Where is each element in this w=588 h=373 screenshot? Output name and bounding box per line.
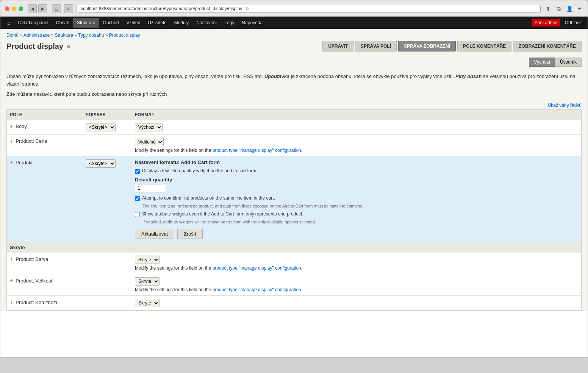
tabs-button[interactable]: ⧉ [64, 4, 73, 13]
tab-manage-fields[interactable]: SPRÁVA POLÍ [355, 41, 397, 52]
field-label-select-body[interactable]: <Skryté> [86, 123, 135, 131]
checkbox-row-1: Display a textfield quantity widget on t… [135, 168, 578, 174]
window-controls [5, 6, 23, 11]
format-select-velikost[interactable]: Skryté [135, 277, 160, 286]
profile-button[interactable]: 👤 [565, 4, 574, 13]
quantity-input[interactable] [135, 184, 165, 192]
format-area-barva: Skryté Modify the settings for this fiel… [135, 256, 578, 271]
format-select-body[interactable]: Výchozí [135, 123, 163, 131]
drag-handle-body[interactable]: + [10, 123, 13, 130]
tab-default[interactable]: Výchozí [529, 58, 555, 67]
action-buttons: Aktualizovat Zrušit [135, 229, 578, 239]
nav-item-settings[interactable]: Nastavení [192, 18, 220, 28]
field-name-velikost: + Product: Velikost [10, 277, 86, 284]
new-tab-button[interactable]: + [575, 5, 583, 12]
nav-item-content[interactable]: Obsah [52, 18, 73, 28]
manage-link-barva[interactable]: product type "manage display" configurat… [213, 265, 302, 271]
back-button[interactable]: ◀ [28, 4, 37, 13]
forward-button[interactable]: ▶ [38, 4, 47, 13]
section-label: Skryté [10, 245, 25, 250]
nav-home-icon[interactable]: ⌂ [3, 20, 14, 26]
settings-icon[interactable]: ⊕ [66, 43, 71, 49]
minimize-button[interactable] [12, 6, 16, 11]
update-button[interactable]: Aktualizovat [135, 229, 174, 239]
checkbox-attribute-widgets[interactable] [135, 212, 140, 217]
nav-item-appearance[interactable]: Vzhled [123, 18, 144, 28]
nav-item-dashboard[interactable]: Ovládací panel [14, 18, 52, 28]
attribute-subtext: If enabled, attribute widgets will be sh… [142, 219, 578, 225]
manage-link-cena[interactable]: product type "manage display" configurat… [213, 148, 302, 153]
description-area: Obsah může být zobrazen v různých zobraz… [0, 70, 588, 101]
drag-handle-kod-zbozi[interactable]: + [10, 299, 13, 306]
cancel-button[interactable]: Zrušit [177, 229, 203, 239]
weights-link: Ukaž váhy řádků [0, 101, 588, 109]
field-name-kod-zbozi: + Product: Kód zboží [10, 299, 86, 306]
breadcrumb-sep3: » [74, 33, 78, 38]
table-row-velikost: + Product: Velikost Skryté Modify the se… [7, 274, 581, 296]
content-area: Domů » Administrace » Struktura » Typy o… [0, 29, 588, 311]
description-text1: Obsah může být zobrazen v různých zobraz… [6, 73, 582, 87]
manage-settings-velikost: Modify the settings for this field on th… [135, 287, 578, 292]
label-select-produkt[interactable]: <Skryté> [86, 159, 116, 168]
drag-handle-produkt[interactable]: + [10, 159, 13, 166]
fields-table: POLE POPISEK FORMÁT + Body <Skryté> Vých [6, 109, 582, 311]
nav-item-commerce[interactable]: Obchod [99, 18, 123, 28]
checkbox-combine[interactable] [135, 196, 140, 201]
page-title: Product display [6, 42, 63, 51]
tab-comment-display[interactable]: ZOBRAZENÍ KOMENTÁŘE [513, 41, 582, 52]
close-button[interactable] [5, 6, 9, 11]
checkbox-combine-label: Attempt to combine like products on the … [142, 195, 275, 201]
field-name-produkt: + Produkt [10, 159, 86, 166]
tab-edit[interactable]: UPRAVIT [322, 41, 353, 52]
reader-button[interactable]: ⧉ [554, 4, 563, 13]
address-bar[interactable]: localhost:8888/commerce/admin/structure/… [76, 5, 541, 12]
drag-handle-barva[interactable]: + [10, 256, 13, 262]
format-select-barva[interactable]: Skryté [135, 256, 160, 264]
tab-teaser[interactable]: Úvodník [555, 58, 582, 67]
breadcrumb-content-types[interactable]: Typy obsahu [78, 33, 104, 38]
nav-item-structure[interactable]: Struktura [73, 18, 99, 28]
format-select-cena[interactable]: Viditelné [135, 138, 164, 146]
manage-settings-cena: Modify the settings for this field on th… [135, 148, 578, 153]
logout-link[interactable]: Odhlásit [562, 19, 585, 27]
browser-actions: ⬆ ⧉ 👤 [544, 4, 574, 13]
manage-link-velikost[interactable]: product type "manage display" configurat… [213, 287, 302, 292]
browser-window: ◀ ▶ ⌂ ⧉ localhost:8888/commerce/admin/st… [0, 0, 588, 17]
format-select-kod-zbozi[interactable]: Skryté [135, 299, 160, 307]
drag-handle-velikost[interactable]: + [10, 277, 13, 284]
breadcrumb-home[interactable]: Domů [6, 33, 19, 38]
quantity-label: Default quantity [135, 177, 578, 183]
teaser-label: Upoutávka [264, 73, 289, 79]
drag-handle-cena[interactable]: + [10, 138, 13, 145]
home-button[interactable]: ⌂ [52, 4, 61, 13]
nav-item-users[interactable]: Uživatelé [144, 18, 170, 28]
browser-titlebar: ◀ ▶ ⌂ ⧉ localhost:8888/commerce/admin/st… [5, 4, 583, 13]
field-label-select-produkt[interactable]: <Skryté> [86, 159, 135, 168]
col-field: POLE [10, 112, 86, 117]
maximize-button[interactable] [19, 6, 23, 11]
breadcrumb-admin[interactable]: Administrace [23, 33, 50, 38]
nav-item-modules[interactable]: Moduly [170, 18, 193, 28]
checkbox-quantity-widget[interactable] [135, 169, 140, 174]
field-label-velikost: Product: Velikost [16, 278, 52, 284]
tab-comment-fields[interactable]: POLE KOMENTÁŘE [457, 41, 511, 52]
field-label-produkt: Produkt [16, 160, 33, 165]
nav-item-logs[interactable]: Logy [220, 18, 238, 28]
show-weights-link[interactable]: Ukaž váhy řádků [548, 103, 582, 108]
refresh-icon[interactable]: ↻ [246, 6, 249, 11]
user-greeting: Ahoj admin [532, 19, 560, 27]
page-title-wrap: Product display ⊕ [6, 42, 71, 51]
breadcrumb-sep1: » [20, 33, 23, 38]
field-name-body: + Body [10, 123, 86, 130]
breadcrumb-structure[interactable]: Struktura [55, 33, 73, 38]
label-select-body[interactable]: <Skryté> [86, 123, 116, 131]
url-text: localhost:8888/commerce/admin/structure/… [80, 6, 242, 11]
table-row-kod-zbozi: + Product: Kód zboží Skryté [7, 296, 581, 311]
breadcrumb-product-display[interactable]: Product display [109, 33, 140, 38]
tab-manage-display[interactable]: SPRÁVA ZOBRAZENÍ [398, 41, 456, 52]
breadcrumb-sep4: » [105, 33, 109, 38]
browser-nav: ◀ ▶ [28, 4, 47, 13]
manage-settings-barva: Modify the settings for this field on th… [135, 265, 578, 271]
share-button[interactable]: ⬆ [544, 4, 553, 13]
nav-item-help[interactable]: Nápověda [238, 18, 266, 28]
